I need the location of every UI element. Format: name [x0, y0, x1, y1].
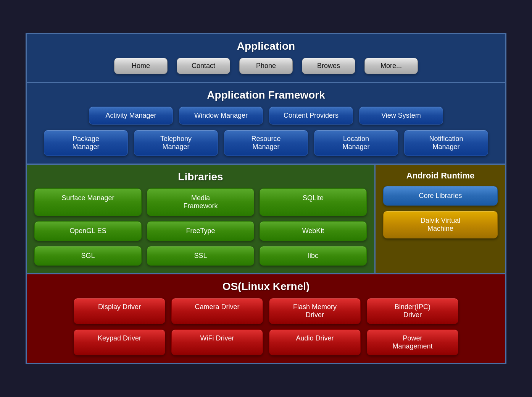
framework-button[interactable]: Window Manager	[179, 107, 263, 125]
kernel-title: OS(Linux Kernel)	[34, 280, 498, 293]
kernel-button[interactable]: Power Management	[367, 329, 458, 355]
core-libraries-button[interactable]: Core Libraries	[383, 186, 498, 206]
runtime-grid: Core Libraries Dalvik Virtual Machine	[383, 186, 498, 238]
libraries-layer: Libraries Surface ManagerMedia Framework…	[27, 165, 376, 273]
app-button[interactable]: Contact	[177, 58, 230, 74]
runtime-title: Android Runtime	[383, 171, 498, 181]
application-layer: Application HomeContactPhoneBrowesMore..…	[27, 34, 505, 83]
libraries-title: Libraries	[34, 171, 367, 183]
framework-grid: Activity ManagerWindow ManagerContent Pr…	[34, 107, 498, 156]
library-button[interactable]: SQLite	[260, 188, 367, 216]
framework-row-1: Activity ManagerWindow ManagerContent Pr…	[34, 107, 498, 125]
android-runtime-layer: Android Runtime Core Libraries Dalvik Vi…	[376, 165, 505, 273]
kernel-button[interactable]: Audio Driver	[269, 329, 361, 355]
framework-button[interactable]: Resource Manager	[224, 130, 308, 156]
kernel-grid: Display DriverCamera DriverFlash Memory …	[34, 298, 498, 355]
kernel-row-2: Keypad DriverWiFi DriverAudio DriverPowe…	[34, 329, 498, 355]
android-architecture-diagram: Application HomeContactPhoneBrowesMore..…	[26, 33, 506, 364]
application-buttons: HomeContactPhoneBrowesMore...	[34, 58, 498, 74]
library-button[interactable]: WebKit	[260, 221, 367, 241]
app-button[interactable]: Phone	[239, 58, 293, 74]
framework-button[interactable]: Content Providers	[269, 107, 353, 125]
middle-section: Libraries Surface ManagerMedia Framework…	[27, 165, 505, 274]
framework-row-2: Package ManagerTelephony ManagerResource…	[34, 130, 498, 156]
framework-title: Application Framework	[34, 89, 498, 101]
library-button[interactable]: libc	[260, 246, 367, 266]
library-button[interactable]: Media Framework	[147, 188, 254, 216]
kernel-layer: OS(Linux Kernel) Display DriverCamera Dr…	[27, 274, 505, 363]
library-button[interactable]: SGL	[34, 246, 142, 266]
framework-button[interactable]: View System	[359, 107, 443, 125]
framework-button[interactable]: Package Manager	[44, 130, 128, 156]
kernel-row-1: Display DriverCamera DriverFlash Memory …	[34, 298, 498, 324]
app-button[interactable]: More...	[364, 58, 418, 74]
kernel-button[interactable]: Camera Driver	[171, 298, 263, 324]
libraries-grid: Surface ManagerMedia FrameworkSQLiteOpen…	[34, 188, 367, 266]
application-title: Application	[34, 40, 498, 52]
app-button[interactable]: Home	[114, 58, 168, 74]
kernel-button[interactable]: Flash Memory Driver	[269, 298, 361, 324]
kernel-button[interactable]: Binder(IPC) Driver	[367, 298, 458, 324]
kernel-button[interactable]: WiFi Driver	[171, 329, 263, 355]
library-button[interactable]: OpenGL ES	[34, 221, 142, 241]
framework-layer: Application Framework Activity ManagerWi…	[27, 83, 505, 165]
library-button[interactable]: FreeType	[147, 221, 254, 241]
kernel-button[interactable]: Keypad Driver	[74, 329, 165, 355]
kernel-button[interactable]: Display Driver	[74, 298, 165, 324]
framework-button[interactable]: Location Manager	[314, 130, 398, 156]
dalvik-vm-button[interactable]: Dalvik Virtual Machine	[383, 211, 498, 238]
library-button[interactable]: Surface Manager	[34, 188, 142, 216]
framework-button[interactable]: Telephony Manager	[134, 130, 218, 156]
app-button[interactable]: Browes	[302, 58, 355, 74]
framework-button[interactable]: Activity Manager	[89, 107, 173, 125]
library-button[interactable]: SSL	[147, 246, 254, 266]
framework-button[interactable]: Notification Manager	[404, 130, 488, 156]
